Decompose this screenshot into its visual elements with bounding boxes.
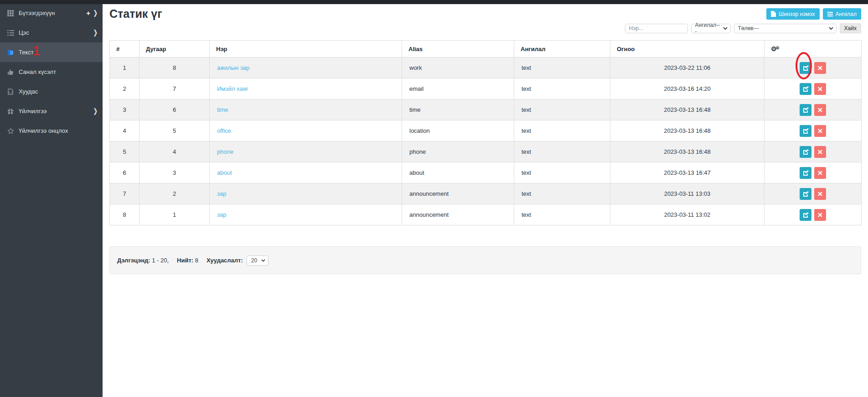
main-content: Статик үг Шинээр нэмэх Ангилал Ангилал--… <box>103 0 868 397</box>
search-button[interactable]: Хайх <box>840 23 861 33</box>
cell-date: 2023-03-13 16:48 <box>610 141 765 162</box>
table-row: 1 8 ажилын зар work text 2023-03-22 11:0… <box>110 57 862 78</box>
sidebar-item-label: Үйлчилгээ онцлох <box>19 127 68 134</box>
gift-icon <box>6 108 15 115</box>
cell-order: 6 <box>140 99 210 120</box>
sidebar-item-menu[interactable]: Цэс ❯ <box>0 23 103 42</box>
sidebar-item-feedback[interactable]: Санал хүсэлт <box>0 62 103 82</box>
column-header-alias: Alias <box>402 41 514 57</box>
delete-button[interactable] <box>814 125 826 137</box>
row-name-link[interactable]: time <box>217 106 228 113</box>
row-actions <box>765 167 861 179</box>
edit-button[interactable] <box>800 209 811 221</box>
cell-alias: about <box>402 162 514 183</box>
cell-date: 2023-03-11 13:03 <box>610 183 765 204</box>
sidebar-item-pages[interactable]: Хуудас <box>0 82 103 101</box>
pagination-total-label: Нийт: <box>177 257 193 264</box>
table-row: 3 6 time time text 2023-03-13 16:48 <box>110 99 862 120</box>
table-row: 2 7 Имэйл хаяг email text 2023-03-16 14:… <box>110 78 862 99</box>
table-header-row: # Дугаар Нэр Alias Ангилал Огноо ⚙⚙ <box>110 41 862 57</box>
cell-date: 2023-03-13 16:47 <box>610 162 765 183</box>
cell-alias: location <box>402 120 514 141</box>
row-name-link[interactable]: ажилын зар <box>217 64 249 71</box>
sidebar-item-label: Хуудас <box>19 88 38 95</box>
cell-num: 3 <box>110 99 140 120</box>
cell-num: 5 <box>110 141 140 162</box>
edit-button[interactable] <box>800 104 811 116</box>
edit-button[interactable] <box>800 125 811 137</box>
row-name-link[interactable]: office <box>217 127 231 134</box>
table-row: 6 3 about about text 2023-03-13 16:47 <box>110 162 862 183</box>
cell-num: 4 <box>110 120 140 141</box>
cell-num: 2 <box>110 78 140 99</box>
delete-button[interactable] <box>814 83 826 95</box>
edit-button[interactable] <box>800 62 811 74</box>
annotation-number: 1 <box>33 44 41 57</box>
add-icon[interactable]: + <box>86 10 90 16</box>
delete-button[interactable] <box>814 188 826 200</box>
table-row: 8 1 зар announcement text 2023-03-11 13:… <box>110 204 862 225</box>
cell-alias: email <box>402 78 514 99</box>
column-header-order: Дугаар <box>140 41 210 57</box>
cell-category: text <box>514 120 610 141</box>
column-header-category: Ангилал <box>514 41 610 57</box>
add-new-button[interactable]: Шинээр нэмэх <box>766 8 820 20</box>
cell-num: 8 <box>110 204 140 225</box>
cell-category: text <box>514 57 610 78</box>
edit-button[interactable] <box>800 188 811 200</box>
category-filter-select[interactable]: Ангилал--- <box>691 24 731 33</box>
cell-category: text <box>514 141 610 162</box>
table-row: 5 4 phone phone text 2023-03-13 16:48 <box>110 141 862 162</box>
per-page-select[interactable]: 20 <box>247 256 269 266</box>
cell-order: 3 <box>140 162 210 183</box>
row-actions <box>765 188 861 200</box>
sidebar-item-services[interactable]: Үйлчилгээ ❯ <box>0 101 103 121</box>
row-name-link[interactable]: зар <box>217 211 226 218</box>
delete-button[interactable] <box>814 104 826 116</box>
delete-button[interactable] <box>814 167 826 179</box>
filter-bar: Ангилал--- Төлөв--- Хайх <box>625 23 861 33</box>
sidebar-menu: Бүтээгдэхүүн + ❯ Цэс ❯ Текст <box>0 3 103 141</box>
sidebar-item-label: Үйлчилгээ <box>19 108 46 115</box>
row-name-link[interactable]: Имэйл хаяг <box>217 85 248 92</box>
cell-order: 5 <box>140 120 210 141</box>
sidebar-item-label: Санал хүсэлт <box>19 68 56 75</box>
chevron-down-icon <box>829 27 833 30</box>
cell-date: 2023-03-22 11:06 <box>610 57 765 78</box>
edit-button[interactable] <box>800 83 811 95</box>
cell-order: 2 <box>140 183 210 204</box>
list-icon <box>827 12 833 16</box>
row-actions <box>765 83 861 95</box>
sidebar-item-featured-services[interactable]: Үйлчилгээ онцлох <box>0 121 103 141</box>
sidebar-item-text[interactable]: Текст <box>0 42 103 62</box>
row-name-link[interactable]: зар <box>217 190 226 197</box>
column-header-date: Огноо <box>610 41 765 57</box>
row-name-link[interactable]: about <box>217 169 232 176</box>
cell-category: text <box>514 204 610 225</box>
category-button[interactable]: Ангилал <box>823 8 861 20</box>
row-name-link[interactable]: phone <box>217 148 233 155</box>
row-actions <box>765 125 861 137</box>
pagination-bar: Дэлгэцэнд: 1 - 20, Нийт: 8 Хуудаслалт: 2… <box>109 246 861 274</box>
pagination-range-value: 1 - 20, <box>152 257 169 264</box>
thumbs-up-icon <box>6 68 15 75</box>
grid-icon <box>6 10 15 16</box>
delete-button[interactable] <box>814 62 826 74</box>
status-filter-select[interactable]: Төлөв--- <box>734 24 837 33</box>
category-button-label: Ангилал <box>836 11 857 17</box>
delete-button[interactable] <box>814 209 826 221</box>
row-actions <box>765 104 861 116</box>
add-new-button-label: Шинээр нэмэх <box>779 11 815 17</box>
file-icon <box>771 11 776 17</box>
row-actions <box>765 209 861 221</box>
edit-button[interactable] <box>800 167 811 179</box>
pagination-range-label: Дэлгэцэнд: <box>117 257 150 264</box>
edit-button[interactable] <box>800 146 811 158</box>
cell-date: 2023-03-13 16:48 <box>610 120 765 141</box>
sidebar-item-products[interactable]: Бүтээгдэхүүн + ❯ <box>0 3 103 23</box>
cell-num: 6 <box>110 162 140 183</box>
header-actions: Шинээр нэмэх Ангилал <box>766 8 861 20</box>
pagination-total-value: 8 <box>195 257 198 264</box>
name-filter-input[interactable] <box>625 24 688 33</box>
delete-button[interactable] <box>814 146 826 158</box>
